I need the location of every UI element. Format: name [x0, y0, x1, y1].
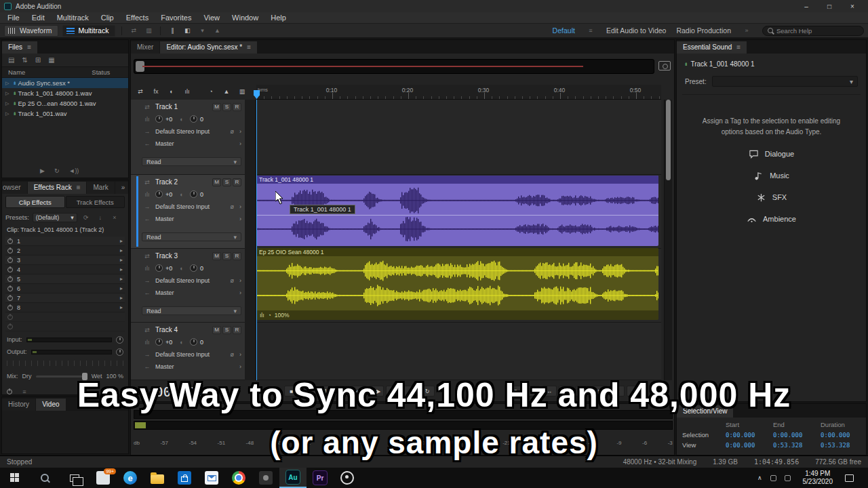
pan-knob[interactable] — [190, 190, 197, 198]
track-name[interactable]: Track 1 — [155, 103, 178, 110]
twisty-icon[interactable]: ▷ — [5, 111, 11, 117]
zoom-in-vertical-button[interactable]: ⊕ — [610, 386, 625, 396]
mail-app-icon[interactable] — [198, 468, 225, 488]
start-button[interactable] — [0, 468, 30, 488]
scrollbar-thumb[interactable] — [666, 100, 671, 180]
clip-gain-value[interactable]: 100% — [275, 312, 290, 319]
minimize-button[interactable]: – — [795, 0, 818, 12]
pan-knob[interactable] — [190, 338, 197, 346]
pan-value[interactable]: 0 — [200, 116, 208, 123]
power-icon[interactable] — [7, 286, 13, 291]
rack-power-icon[interactable] — [7, 389, 12, 394]
effect-slot[interactable]: 3▸ — [5, 256, 125, 265]
delete-file-icon[interactable]: ▦ — [48, 56, 54, 64]
pause-button[interactable]: ∥ — [318, 386, 333, 396]
arrow-right-icon[interactable]: ▸ — [120, 257, 123, 263]
marker-tool-icon[interactable]: ▾ — [197, 26, 208, 36]
effect-slot[interactable]: 6▸ — [5, 284, 125, 293]
track-lane-1[interactable] — [256, 100, 661, 175]
tab-selection-view[interactable]: Selection/View — [677, 405, 733, 418]
selection-start[interactable]: 0:00.000 — [726, 432, 773, 439]
fast-forward-button[interactable]: ▶▶ — [369, 386, 384, 396]
mute-button[interactable]: M — [212, 178, 221, 186]
panel-menu-icon[interactable]: ≡ — [247, 43, 251, 51]
slip-tool-icon[interactable]: ∥ — [167, 26, 178, 36]
arrow-right-icon[interactable]: ▸ — [120, 266, 123, 272]
delete-preset-icon[interactable]: × — [109, 212, 120, 222]
power-icon[interactable] — [7, 248, 13, 253]
menu-edit[interactable]: Edit — [26, 12, 51, 24]
insert-multitrack-icon[interactable]: ⊞ — [35, 56, 41, 64]
search-box[interactable] — [762, 26, 864, 36]
mute-button[interactable]: M — [212, 252, 221, 260]
play-button[interactable]: ▶ — [301, 386, 316, 396]
preview-play-icon[interactable]: ▶ — [40, 167, 45, 174]
refresh-preset-icon[interactable]: ⟳ — [81, 212, 92, 222]
view-start[interactable]: 0:00.000 — [726, 442, 773, 449]
camera-icon[interactable] — [658, 61, 671, 70]
tray-chevron-icon[interactable]: ∧ — [757, 474, 762, 481]
meters-visibility-icon[interactable]: ılı — [182, 86, 193, 96]
volume-value[interactable]: +0 — [165, 116, 174, 123]
volume-envelope[interactable] — [256, 215, 658, 216]
track-input-select[interactable]: Default Stereo Input — [155, 203, 228, 210]
arrow-right-icon[interactable]: ▸ — [120, 285, 123, 291]
power-icon[interactable] — [7, 305, 13, 310]
snap-tool-icon[interactable]: ▲ — [212, 26, 222, 36]
volume-knob[interactable] — [155, 264, 163, 272]
automation-mode-select[interactable]: Read ▾ — [142, 306, 241, 315]
mix-slider[interactable] — [36, 375, 87, 378]
pan-value[interactable]: 0 — [200, 265, 208, 272]
action-center-icon[interactable] — [845, 474, 854, 482]
power-icon[interactable] — [7, 267, 13, 272]
view-duration[interactable]: 0:53.328 — [821, 442, 863, 449]
power-icon[interactable] — [7, 277, 13, 282]
workspace-default[interactable]: Default — [553, 26, 575, 35]
track-header-1[interactable]: ⇄ Track 1 MSR ılı +0 ◐ 0 → Default Stere… — [131, 100, 245, 175]
menu-file[interactable]: File — [1, 12, 26, 24]
track-controls-icon[interactable]: ⇄ — [135, 86, 146, 96]
track-output-select[interactable]: Master — [155, 216, 237, 222]
audition-app-icon[interactable]: Au — [279, 468, 307, 488]
audio-clip-track3[interactable]: Ep 25 OIO Sean 48000 1 ılı ◔ 100% — [256, 248, 658, 320]
tab-mixer[interactable]: Mixer — [131, 41, 159, 54]
arm-record-button[interactable]: R — [233, 326, 241, 334]
track-lane-4[interactable] — [256, 323, 661, 380]
workspace-overflow-icon[interactable]: » — [741, 26, 752, 36]
tag-dialogue-button[interactable]: Dialogue — [682, 143, 861, 165]
tag-music-button[interactable]: Music — [682, 165, 861, 186]
zoom-full-button[interactable]: ◨ — [593, 386, 608, 396]
notification-badge-app-icon[interactable]: 99+ — [90, 468, 117, 488]
taskbar-clock[interactable]: 1:49 PM 5/23/2020 — [799, 470, 837, 487]
rack-menu-icon[interactable]: ≡ — [19, 386, 30, 396]
move-tool-icon[interactable]: ⇄ — [128, 26, 139, 36]
track-header-4[interactable]: ⇄ Track 4 MSR ılı +0 ◐ 0 → Default Stere… — [131, 323, 245, 380]
effect-slot[interactable]: 1▸ — [5, 237, 125, 246]
chrome-app-icon[interactable] — [225, 468, 252, 488]
effect-slot[interactable]: 8▸ — [5, 303, 125, 312]
effect-slot[interactable]: 2▸ — [5, 246, 125, 256]
track-output-select[interactable]: Master — [155, 140, 237, 147]
metronome-icon[interactable]: ▲ — [221, 86, 232, 96]
automation-mode-select[interactable]: Read ▾ — [142, 157, 241, 166]
obs-app-icon[interactable] — [334, 468, 361, 488]
track-lanes[interactable]: Track 1_001 48000 1 Ep 25 OIO Sean 48000… — [256, 100, 661, 380]
volume-knob[interactable] — [155, 190, 163, 198]
power-icon[interactable] — [7, 239, 13, 244]
volume-knob[interactable] — [155, 338, 163, 346]
track-name[interactable]: Track 2 — [155, 178, 178, 186]
import-file-icon[interactable]: ⇅ — [22, 56, 27, 64]
files-col-name[interactable]: Name — [8, 68, 25, 76]
file-explorer-app-icon[interactable] — [144, 468, 171, 488]
track-header-2[interactable]: ⇄ Track 2 MSR ılı +0 ◐ 0 → Default Stere… — [131, 175, 245, 249]
tab-media-browser[interactable]: owser — [2, 182, 27, 194]
output-gain-knob[interactable] — [116, 348, 123, 356]
zoom-out-button[interactable]: ⊖ — [525, 386, 540, 396]
menu-effects[interactable]: Effects — [120, 12, 155, 24]
mute-button[interactable]: M — [212, 326, 221, 334]
file-row[interactable]: ▷ ılı Audio Sync.sesx * — [2, 78, 128, 88]
effect-slot[interactable]: 7▸ — [5, 293, 125, 303]
pan-value[interactable]: 0 — [200, 191, 208, 198]
track-header-3[interactable]: ⇄ Track 3 MSR ılı +0 ◐ 0 → Default Stere… — [131, 249, 245, 323]
tag-sfx-button[interactable]: SFX — [682, 186, 861, 208]
